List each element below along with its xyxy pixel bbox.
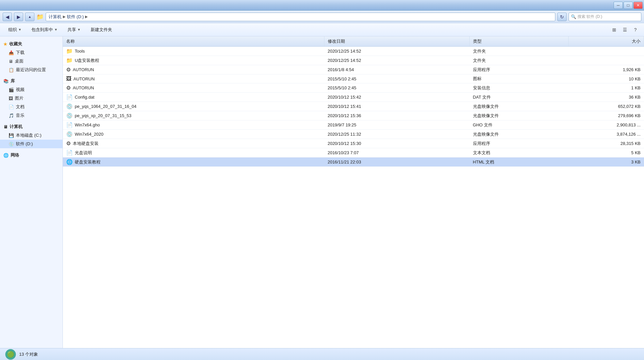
col-header-name[interactable]: 名称 (63, 36, 324, 47)
window-controls: ─ □ ✕ (614, 2, 643, 9)
include-lib-arrow: ▼ (54, 28, 58, 31)
sidebar-network-section: 🌐 网络 (0, 151, 63, 159)
forward-button[interactable]: ▶ (14, 13, 23, 21)
file-type: DAT 文件 (470, 93, 569, 102)
sidebar-item-video[interactable]: 🎬 视频 (0, 85, 63, 94)
file-icon: ⚙ (66, 67, 71, 73)
file-type: 光盘映像文件 (470, 111, 569, 120)
file-date: 2020/10/12 15:42 (324, 93, 469, 102)
sidebar-library-header[interactable]: 📚 库 (0, 77, 63, 85)
col-header-date[interactable]: 修改日期 (324, 36, 469, 47)
docs-icon: 📄 (9, 105, 14, 110)
table-row[interactable]: ⚙AUTORUN2015/5/10 2:45安装信息1 KB (63, 83, 644, 93)
title-bar: ─ □ ✕ (0, 0, 644, 11)
include-lib-label: 包含到库中 (31, 27, 53, 33)
download-icon: 📥 (9, 50, 14, 55)
sidebar-network-header[interactable]: 🌐 网络 (0, 151, 63, 159)
table-header-row: 名称 修改日期 类型 大小 (63, 36, 644, 47)
sidebar-recent-label: 最近访问的位置 (16, 67, 46, 73)
back-button[interactable]: ◀ (3, 13, 12, 21)
refresh-button[interactable]: ↻ (557, 13, 567, 21)
sidebar-pictures-label: 图片 (15, 95, 23, 101)
file-size: 2,900,813 ... (568, 120, 644, 130)
table-row[interactable]: 📁Tools2020/12/25 14:52文件夹 (63, 47, 644, 56)
close-button[interactable]: ✕ (633, 2, 643, 9)
file-name: pe_yqs_xp_20_07_31_15_53 (75, 113, 131, 118)
file-icon: 📄 (66, 150, 73, 156)
sidebar-item-docs[interactable]: 📄 文档 (0, 103, 63, 111)
pictures-icon: 🖼 (9, 96, 13, 101)
minimize-button[interactable]: ─ (614, 2, 623, 9)
sidebar-item-d-drive[interactable]: 💿 软件 (D:) (0, 140, 63, 148)
table-row[interactable]: 🖼AUTORUN2015/5/10 2:45图标10 KB (63, 74, 644, 83)
col-header-size[interactable]: 大小 (568, 36, 644, 47)
help-button[interactable]: ? (631, 25, 640, 34)
table-row[interactable]: 🌐硬盘安装教程2016/11/21 22:03HTML 文档3 KB (63, 158, 644, 167)
table-row[interactable]: ⚙本地硬盘安装2020/10/12 15:30应用程序28,315 KB (63, 139, 644, 148)
file-name: U盘安装教程 (75, 58, 99, 64)
sidebar-computer-header[interactable]: 🖥 计算机 (0, 122, 63, 131)
sidebar-item-recent[interactable]: 📋 最近访问的位置 (0, 66, 63, 74)
file-size: 10 KB (568, 74, 644, 83)
share-label: 共享 (67, 27, 76, 33)
file-icon: 🌐 (66, 159, 73, 165)
file-date: 2020/10/12 15:36 (324, 111, 469, 120)
file-name: Win7x64_2020 (75, 132, 104, 137)
view-details-button[interactable]: ☰ (620, 25, 629, 34)
table-row[interactable]: 💿pe_yqs_1064_20_07_31_16_042020/10/12 15… (63, 102, 644, 111)
table-row[interactable]: ⚙AUTORUN2016/1/8 4:54应用程序1,926 KB (63, 65, 644, 74)
sidebar-favorites-header[interactable]: ★ 收藏夹 (0, 40, 63, 48)
maximize-button[interactable]: □ (623, 2, 633, 9)
table-row[interactable]: 📄Config.dat2020/10/12 15:42DAT 文件36 KB (63, 93, 644, 102)
search-icon: 🔍 (571, 14, 576, 19)
status-count: 13 个对象 (19, 351, 38, 357)
path-computer[interactable]: 计算机 (49, 14, 62, 20)
col-header-type[interactable]: 类型 (470, 36, 569, 47)
organize-arrow: ▼ (18, 28, 21, 31)
file-type: 图标 (470, 74, 569, 83)
status-bar: 🟢 13 个对象 (0, 348, 644, 360)
path-arrow-1: ▶ (63, 15, 65, 19)
organize-button[interactable]: 组织 ▼ (4, 25, 26, 35)
sidebar-item-pictures[interactable]: 🖼 图片 (0, 94, 63, 103)
table-row[interactable]: 📄Win7x64.gho2019/9/7 19:25GHO 文件2,900,81… (63, 120, 644, 130)
table-row[interactable]: 📄光盘说明2016/10/23 7:07文本文档5 KB (63, 148, 644, 158)
recent-icon: 📋 (9, 68, 14, 72)
sidebar-item-music[interactable]: 🎵 音乐 (0, 111, 63, 120)
table-row[interactable]: 💿Win7x64_20202020/12/25 11:32光盘映像文件3,874… (63, 130, 644, 139)
address-path[interactable]: 计算机 ▶ 软件 (D:) ▶ (46, 13, 555, 21)
organize-label: 组织 (8, 27, 17, 33)
file-list-table: 名称 修改日期 类型 大小 📁Tools2020/12/25 14:52文件夹📁… (63, 36, 644, 167)
network-icon: 🌐 (3, 153, 9, 158)
file-type: 光盘映像文件 (470, 130, 569, 139)
file-icon: 💿 (66, 103, 73, 110)
file-name: Config.dat (75, 95, 94, 100)
file-area: 名称 修改日期 类型 大小 📁Tools2020/12/25 14:52文件夹📁… (63, 36, 644, 348)
sidebar-item-desktop[interactable]: 🖥 桌面 (0, 57, 63, 66)
folder-icon: 📁 (36, 13, 44, 21)
file-icon: 📁 (66, 48, 73, 54)
sidebar-item-download[interactable]: 📥 下载 (0, 48, 63, 57)
file-size: 3,874,126 ... (568, 130, 644, 139)
file-name: Win7x64.gho (75, 122, 100, 127)
sidebar-item-c-drive[interactable]: 💾 本地磁盘 (C:) (0, 131, 63, 140)
file-name: pe_yqs_1064_20_07_31_16_04 (75, 104, 137, 109)
sidebar-video-label: 视频 (16, 87, 24, 93)
path-arrow-2: ▶ (85, 15, 88, 19)
new-folder-button[interactable]: 新建文件夹 (86, 25, 116, 35)
table-row[interactable]: 💿pe_yqs_xp_20_07_31_15_532020/10/12 15:3… (63, 111, 644, 120)
table-row[interactable]: 📁U盘安装教程2020/12/25 14:52文件夹 (63, 56, 644, 65)
include-lib-button[interactable]: 包含到库中 ▼ (27, 25, 62, 35)
file-name: AUTORUN (73, 85, 94, 90)
search-box[interactable]: 🔍 搜索 软件 (D:) (569, 13, 641, 21)
c-drive-icon: 💾 (9, 133, 14, 138)
computer-icon: 🖥 (3, 124, 8, 129)
share-button[interactable]: 共享 ▼ (63, 25, 85, 35)
path-drive[interactable]: 软件 (D:) (67, 14, 84, 20)
desktop-icon: 🖥 (9, 59, 13, 64)
sidebar-favorites-label: 收藏夹 (9, 41, 22, 47)
view-toggle-button[interactable]: ⊞ (610, 25, 619, 34)
up-button[interactable]: ▲ (25, 13, 34, 21)
new-folder-label: 新建文件夹 (91, 27, 112, 32)
file-name: 硬盘安装教程 (75, 159, 101, 165)
